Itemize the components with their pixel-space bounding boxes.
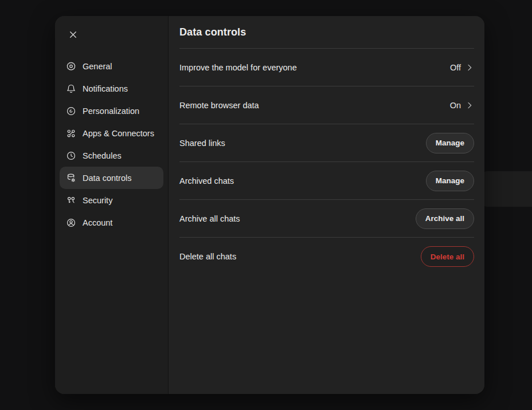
- sidebar-item-label: Apps & Connectors: [83, 129, 154, 138]
- row-archive-all-chats: Archive all chats Archive all: [179, 200, 474, 238]
- row-value-text: On: [450, 101, 461, 110]
- clock-icon: [65, 150, 77, 161]
- close-button[interactable]: [63, 25, 83, 44]
- row-shared-links: Shared links Manage: [179, 124, 474, 162]
- sidebar-item-label: Account: [83, 218, 112, 227]
- settings-dialog: General Notifications Personalization: [55, 16, 484, 394]
- bell-icon: [65, 83, 77, 94]
- sidebar-item-label: Personalization: [83, 107, 139, 116]
- manage-shared-links-button[interactable]: Manage: [426, 133, 474, 153]
- sidebar-item-label: Schedules: [83, 151, 122, 160]
- row-delete-all-chats: Delete all chats Delete all: [179, 238, 474, 275]
- user-circle-icon: [65, 217, 77, 228]
- sidebar-item-personalization[interactable]: Personalization: [60, 100, 163, 122]
- row-label: Archived chats: [179, 176, 234, 186]
- chevron-right-icon: [465, 101, 474, 110]
- personalization-icon: [65, 105, 77, 117]
- row-archived-chats: Archived chats Manage: [179, 162, 474, 200]
- close-icon: [68, 29, 79, 40]
- row-label: Shared links: [179, 139, 225, 148]
- gear-icon: [65, 61, 77, 72]
- chevron-right-icon: [465, 63, 474, 72]
- database-gear-icon: [65, 172, 77, 184]
- settings-sidebar: General Notifications Personalization: [55, 16, 169, 394]
- row-value-text: Off: [450, 63, 461, 72]
- settings-nav: General Notifications Personalization: [60, 55, 163, 234]
- delete-all-button[interactable]: Delete all: [421, 246, 474, 267]
- archive-all-button[interactable]: Archive all: [416, 208, 474, 229]
- sidebar-item-data-controls[interactable]: Data controls: [60, 167, 163, 189]
- row-label: Archive all chats: [179, 214, 240, 223]
- manage-archived-chats-button[interactable]: Manage: [426, 171, 474, 191]
- row-label: Delete all chats: [179, 252, 236, 261]
- apps-connectors-icon: [65, 128, 77, 139]
- row-label: Improve the model for everyone: [179, 63, 297, 72]
- content-header: Data controls: [179, 16, 474, 49]
- sidebar-item-security[interactable]: Security: [60, 189, 163, 211]
- sidebar-item-label: Data controls: [83, 174, 131, 183]
- sidebar-item-account[interactable]: Account: [60, 211, 163, 234]
- sidebar-item-general[interactable]: General: [60, 55, 163, 77]
- background-artifact: [483, 171, 532, 207]
- sidebar-item-notifications[interactable]: Notifications: [60, 77, 163, 100]
- sidebar-item-label: General: [83, 62, 112, 71]
- page-title: Data controls: [179, 26, 246, 38]
- sidebar-item-schedules[interactable]: Schedules: [60, 144, 163, 167]
- settings-content: Data controls Improve the model for ever…: [169, 16, 484, 394]
- row-value: Off: [450, 63, 474, 72]
- row-label: Remote browser data: [179, 101, 259, 110]
- sidebar-item-apps-connectors[interactable]: Apps & Connectors: [60, 122, 163, 144]
- keys-icon: [65, 195, 77, 206]
- row-value: On: [450, 101, 474, 110]
- sidebar-item-label: Notifications: [83, 84, 128, 93]
- row-improve-model[interactable]: Improve the model for everyone Off: [179, 49, 474, 86]
- settings-screen: General Notifications Personalization: [0, 0, 532, 410]
- row-remote-browser-data[interactable]: Remote browser data On: [179, 86, 474, 124]
- sidebar-item-label: Security: [83, 196, 112, 205]
